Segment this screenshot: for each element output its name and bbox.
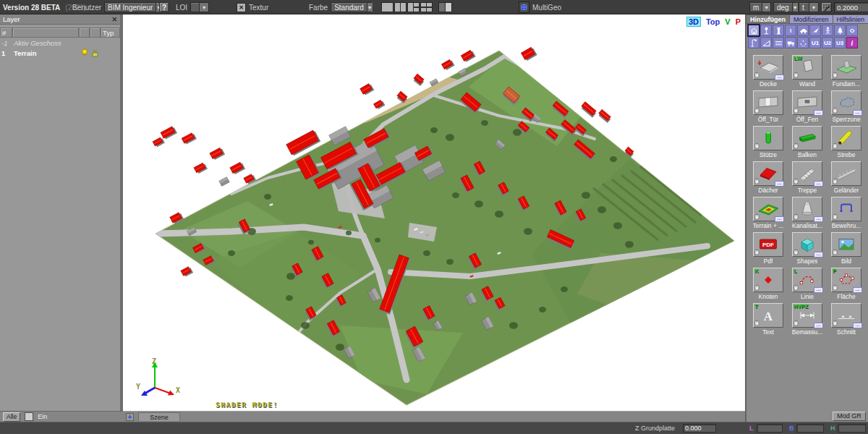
close-icon[interactable]: ✕	[111, 16, 117, 23]
tool-options-button[interactable]: ...	[814, 252, 823, 258]
points-icon[interactable]	[797, 37, 809, 48]
car-icon[interactable]	[797, 25, 809, 36]
tool-bemassung-button[interactable]: HVPZ...	[792, 303, 822, 328]
tool-fundament-button[interactable]	[831, 55, 861, 80]
u1-icon[interactable]: U1	[809, 37, 821, 48]
farbe-select[interactable]: Standard ▼	[331, 2, 371, 12]
layout-split-pane-button[interactable]	[438, 2, 452, 12]
tool-balken-button[interactable]	[792, 126, 822, 150]
tool-fenster-button[interactable]: ...	[792, 90, 822, 115]
tool-pdf-button[interactable]: PDF	[753, 232, 783, 257]
mouse-icon	[833, 284, 838, 291]
raster-value-input[interactable]	[834, 2, 868, 12]
tool-tuer-button[interactable]	[753, 90, 783, 115]
truck-icon[interactable]	[785, 37, 796, 48]
tool-options-button[interactable]: ...	[814, 110, 823, 116]
tool-options-button[interactable]: ...	[853, 287, 862, 293]
raster-snap-icon[interactable]	[821, 2, 832, 12]
street-lamp-icon[interactable]	[748, 37, 760, 48]
layer-table-header: # Typ	[0, 27, 120, 38]
tool-strebe-button[interactable]	[831, 126, 861, 150]
tool-sperrzone-button[interactable]: ...	[831, 90, 861, 115]
mod-gr-button[interactable]: Mod GR	[833, 412, 866, 421]
tool-decke-button[interactable]: ...	[753, 55, 783, 80]
lock-icon[interactable]	[90, 49, 101, 57]
layer-row-terrain[interactable]: 1 Terrain	[0, 48, 120, 58]
tool-options-button[interactable]: ...	[814, 287, 823, 293]
tree-icon[interactable]	[834, 25, 846, 36]
layer-row-aktiv-geschoss[interactable]: -1 Aktiv Geschoss	[0, 38, 120, 48]
tool-daecher-button[interactable]: ...	[753, 161, 783, 186]
l-input[interactable]	[757, 424, 783, 433]
mouse-icon	[793, 320, 799, 326]
road-icon[interactable]	[773, 37, 784, 48]
unit-mass-select[interactable]: t ▼	[799, 2, 819, 12]
lamp-icon[interactable]	[760, 25, 772, 36]
h-input[interactable]	[838, 424, 866, 433]
u2-icon[interactable]: U2	[822, 37, 833, 48]
multigeo-icon[interactable]	[519, 1, 529, 13]
tool-treppe-button[interactable]: ...	[792, 161, 822, 186]
z-grundplatte-input[interactable]	[683, 424, 716, 433]
steel-beam-icon[interactable]: I	[785, 25, 796, 36]
ramp-icon[interactable]	[760, 37, 772, 48]
tool-options-button[interactable]: ...	[853, 110, 862, 116]
tool-terrain-button[interactable]: ...	[753, 197, 783, 221]
tool-options-button[interactable]: ...	[775, 75, 784, 80]
unit-angle-select[interactable]: deg ▼	[773, 2, 796, 12]
tool-options-button[interactable]: ...	[775, 216, 784, 222]
help-button[interactable]: ?	[159, 2, 169, 12]
info-icon[interactable]: i	[846, 37, 858, 48]
visibility-bulb-icon[interactable]	[79, 48, 90, 57]
person-icon[interactable]	[822, 25, 833, 36]
building-icon[interactable]	[748, 25, 760, 36]
tool-bild-button[interactable]	[831, 232, 861, 257]
view-top-button[interactable]: Top	[706, 17, 720, 26]
airplane-icon[interactable]	[809, 25, 821, 36]
scene-tab[interactable]: Szene	[138, 412, 180, 421]
ein-checkbox[interactable]	[25, 412, 33, 421]
shader-mode-label: SHADER MODE!	[216, 401, 278, 409]
layout-four-pane-button[interactable]	[420, 2, 433, 12]
u3-icon[interactable]: U3	[834, 37, 846, 48]
tool-flaeche-button[interactable]: F...	[831, 268, 861, 292]
circle-icon[interactable]: O	[846, 25, 858, 36]
view-v-button[interactable]: V	[725, 17, 730, 26]
bim-application-window: Version 28 BETA (2021) Benutzer BIM Inge…	[0, 0, 868, 434]
column-icon[interactable]	[773, 25, 784, 36]
tool-stuetze-button[interactable]	[753, 126, 783, 150]
b-input[interactable]	[796, 424, 824, 433]
layout-two-pane-button[interactable]	[394, 2, 407, 12]
tool-schnitt-button[interactable]: ...	[831, 303, 861, 328]
tool-label: Öff_Fen	[796, 115, 819, 123]
viewport-3d-scene[interactable]	[123, 14, 745, 411]
unit-length-select[interactable]: m ▼	[749, 2, 771, 12]
tool-shapes-button[interactable]: ...	[792, 232, 822, 257]
tool-options-button[interactable]: ...	[814, 323, 823, 328]
tool-kanal-button[interactable]: ...	[792, 197, 822, 221]
svg-text:PDF: PDF	[762, 242, 774, 248]
tool-text-button[interactable]: AT	[753, 303, 783, 328]
h-label: H	[830, 425, 835, 432]
layout-single-pane-button[interactable]	[381, 2, 393, 12]
layout-three-pane-button[interactable]	[407, 2, 420, 12]
tool-options-button[interactable]: ...	[775, 181, 784, 187]
alle-button[interactable]: Alle	[3, 412, 20, 422]
tool-gelaender-button[interactable]	[831, 161, 861, 186]
view-p-button[interactable]: P	[736, 17, 741, 26]
tab-hinzufuegen[interactable]: Hinzufügen	[746, 14, 790, 24]
tool-options-button[interactable]: ...	[814, 181, 823, 187]
add-scene-tab-button[interactable]: +	[126, 413, 134, 421]
view-3d-button[interactable]: 3D	[686, 17, 701, 27]
user-select[interactable]: BIM Ingenieur ▼	[104, 2, 156, 12]
tool-linie-button[interactable]: L...	[792, 268, 822, 292]
tab-modifizieren[interactable]: Modifizieren	[790, 14, 833, 24]
tab-hilfslinien[interactable]: Hilfslinien	[833, 14, 868, 24]
tool-options-button[interactable]: ...	[814, 216, 823, 222]
tool-bewehrung-button[interactable]	[831, 197, 861, 221]
textur-checkbox[interactable]: ✕	[237, 3, 246, 12]
tool-wand-button[interactable]: LW	[792, 55, 822, 80]
tool-options-button[interactable]: ...	[853, 323, 862, 328]
tool-knoten-button[interactable]: K	[753, 268, 783, 292]
loi-select[interactable]: ▼	[190, 2, 209, 12]
